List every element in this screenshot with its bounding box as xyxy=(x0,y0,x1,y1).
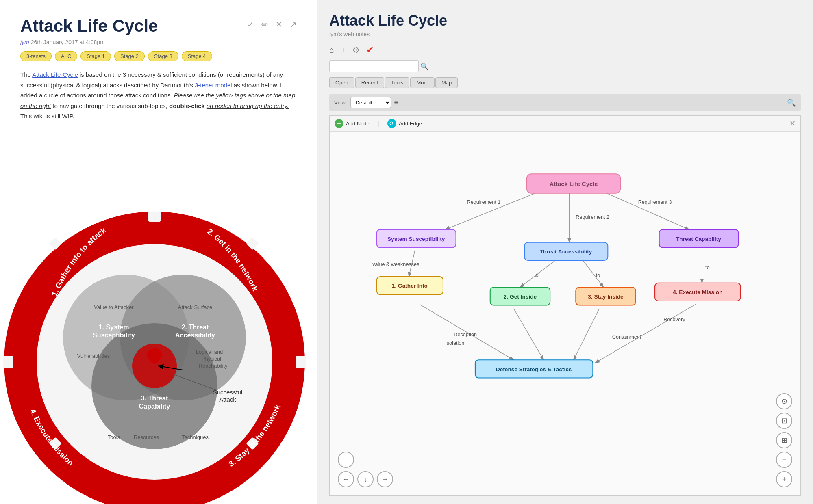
svg-text:Physical: Physical xyxy=(202,356,222,362)
svg-text:2. Threat: 2. Threat xyxy=(182,324,209,331)
svg-rect-2 xyxy=(148,212,161,222)
hamburger-icon[interactable]: ≡ xyxy=(394,98,399,107)
svg-text:Attack Surface: Attack Surface xyxy=(178,304,213,310)
left-header: Attack Life Cycle ✓ ✏ ✕ ↗ xyxy=(20,16,297,36)
add-node-icon: + xyxy=(335,119,343,128)
search-input[interactable] xyxy=(329,60,419,72)
description: The Attack Life-Cycle is based on the 3 … xyxy=(20,69,297,121)
view-bar: View: Default ≡ 🔍 xyxy=(329,94,801,111)
svg-text:Accessibility: Accessibility xyxy=(175,332,215,339)
map-button[interactable]: Map xyxy=(435,77,458,88)
right-subtitle: jym's web notes xyxy=(329,31,801,37)
author: jym xyxy=(20,39,29,45)
graph-canvas: + Add Node | ⟳ Add Edge ✕ Requirement 1 xyxy=(329,115,801,496)
view-select[interactable]: Default xyxy=(350,97,391,108)
svg-text:Capability: Capability xyxy=(139,403,170,410)
svg-text:Requirement 1: Requirement 1 xyxy=(467,199,501,205)
add-node-label: Add Node xyxy=(346,121,370,127)
tag-stage4[interactable]: Stage 4 xyxy=(182,51,212,61)
svg-text:1. System: 1. System xyxy=(99,324,129,331)
page-title: Attack Life Cycle xyxy=(20,16,158,36)
node-instruction: on nodes to bring up the entry. xyxy=(207,102,289,109)
svg-text:value & weaknesses: value & weaknesses xyxy=(372,262,419,267)
chevron-down-icon[interactable]: ✓ xyxy=(247,19,254,29)
svg-text:Isolation: Isolation xyxy=(445,340,464,346)
graph-svg: Requirement 1 Requirement 2 Requirement … xyxy=(330,132,800,496)
recent-button[interactable]: Recent xyxy=(355,77,384,88)
add-node-button[interactable]: + Add Node xyxy=(335,119,370,128)
frame-button[interactable]: ⊡ xyxy=(776,413,792,429)
zoom-in-button[interactable]: + xyxy=(776,471,792,487)
svg-text:to: to xyxy=(534,272,539,278)
svg-text:3. Threat: 3. Threat xyxy=(141,395,168,402)
tag-stage2[interactable]: Stage 2 xyxy=(114,51,145,61)
svg-line-57 xyxy=(574,309,599,360)
svg-rect-5 xyxy=(296,356,306,368)
svg-text:Requirement 3: Requirement 3 xyxy=(638,199,672,205)
node-ta[interactable]: Threat Accessibility xyxy=(540,249,592,255)
svg-text:Deception: Deception xyxy=(454,332,477,337)
node-def[interactable]: Defense Strategies & Tactics xyxy=(496,366,572,372)
navigate-left-button[interactable]: ← xyxy=(338,471,354,487)
search-button[interactable]: 🔍 xyxy=(419,61,430,72)
check-icon[interactable]: ✔ xyxy=(366,45,374,55)
add-edge-label: Add Edge xyxy=(399,121,422,127)
svg-text:Logical and: Logical and xyxy=(196,349,223,355)
svg-line-49 xyxy=(582,260,604,287)
double-click-instruction: double-click xyxy=(169,102,205,109)
tag-stage3[interactable]: Stage 3 xyxy=(148,51,178,61)
node-get[interactable]: 2. Get Inside xyxy=(504,294,537,300)
navigate-up-button[interactable]: ↑ xyxy=(338,452,354,468)
svg-text:to: to xyxy=(596,273,600,278)
svg-text:Successful: Successful xyxy=(213,389,243,396)
navigate-down-button[interactable]: ↓ xyxy=(357,471,374,487)
right-toolbar: ⌂ + ⚙ ✔ xyxy=(329,45,801,55)
zoom-out-button[interactable]: − xyxy=(776,452,792,468)
graph-controls-bottom: ↑ ← ↓ → xyxy=(338,452,393,487)
gear-icon[interactable]: ⚙ xyxy=(352,45,360,55)
plus-icon[interactable]: + xyxy=(341,45,346,55)
svg-rect-3 xyxy=(148,465,161,476)
attack-life-cycle-link[interactable]: Attack Life-Cycle xyxy=(32,71,78,78)
tag-alc[interactable]: ALC xyxy=(55,51,77,61)
graph-controls-right: ⊙ ⊡ ⊞ − + xyxy=(776,393,792,487)
nav-buttons: Open Recent Tools More Map xyxy=(329,77,801,88)
share-icon[interactable]: ↗ xyxy=(290,19,297,29)
open-button[interactable]: Open xyxy=(329,77,354,88)
close-icon[interactable]: ✕ xyxy=(276,19,283,29)
node-tc[interactable]: Threat Capability xyxy=(676,236,721,242)
edit-icon[interactable]: ✏ xyxy=(261,19,268,29)
graph-search-icon[interactable]: 🔍 xyxy=(787,98,796,107)
svg-text:Resources: Resources xyxy=(134,434,159,440)
more-button[interactable]: More xyxy=(410,77,435,88)
node-exec[interactable]: 4. Execute Mission xyxy=(673,289,722,295)
svg-point-13 xyxy=(132,344,177,388)
svg-text:Attack: Attack xyxy=(219,396,236,403)
tags-container: 3-tenets ALC Stage 1 Stage 2 Stage 3 Sta… xyxy=(20,51,297,61)
svg-text:Susceptibility: Susceptibility xyxy=(93,332,135,339)
tag-3tenets[interactable]: 3-tenets xyxy=(20,51,52,61)
graph-close-button[interactable]: ✕ xyxy=(789,119,796,128)
tag-stage1[interactable]: Stage 1 xyxy=(80,51,111,61)
right-title: Attack Life Cycle xyxy=(329,12,801,29)
node-stay[interactable]: 3. Stay Inside xyxy=(588,294,624,300)
svg-line-56 xyxy=(514,309,544,360)
fit-view-button[interactable]: ⊙ xyxy=(776,393,792,409)
search-bar: 🔍 xyxy=(329,60,801,72)
svg-line-43 xyxy=(595,188,689,229)
node-gi[interactable]: 1. Gather Info xyxy=(392,283,428,289)
svg-text:Reachability: Reachability xyxy=(199,363,228,369)
right-panel: Attack Life Cycle jym's web notes ⌂ + ⚙ … xyxy=(317,0,813,504)
svg-text:Containment: Containment xyxy=(612,334,641,340)
svg-text:Requirement 2: Requirement 2 xyxy=(576,214,609,220)
venn-diagram: 1. System Susceptibility 2. Threat Acces… xyxy=(0,179,317,504)
home-icon[interactable]: ⌂ xyxy=(329,45,334,55)
3-tenet-model-link[interactable]: 3-tenet model xyxy=(195,82,232,89)
view-label: View: xyxy=(334,100,347,106)
navigate-right-button[interactable]: → xyxy=(377,471,393,487)
add-edge-button[interactable]: ⟳ Add Edge xyxy=(387,119,422,128)
select-button[interactable]: ⊞ xyxy=(776,432,792,448)
node-ss[interactable]: System Susceptibility xyxy=(387,236,445,242)
node-alc[interactable]: Attack Life Cycle xyxy=(550,181,598,187)
tools-button[interactable]: Tools xyxy=(385,77,409,88)
